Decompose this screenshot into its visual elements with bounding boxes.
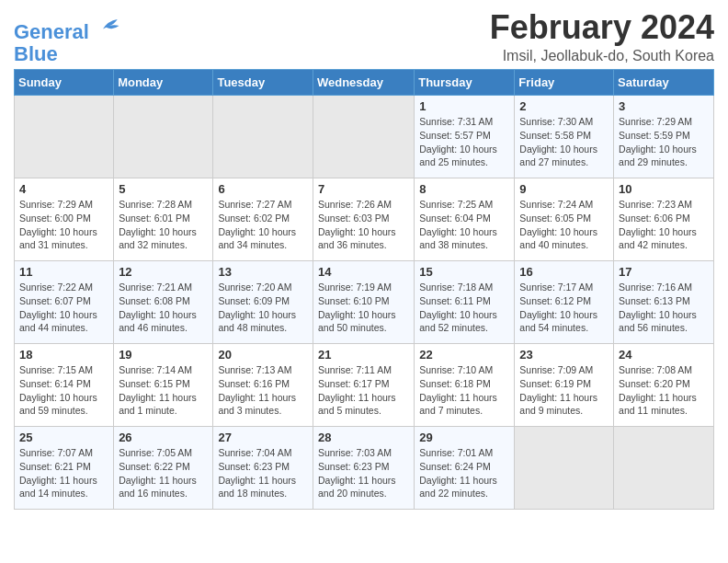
calendar-cell: 17Sunrise: 7:16 AMSunset: 6:13 PMDayligh…: [614, 261, 714, 344]
day-number: 20: [218, 348, 308, 362]
calendar-cell: 6Sunrise: 7:27 AMSunset: 6:02 PMDaylight…: [213, 178, 313, 261]
day-info: Sunrise: 7:16 AMSunset: 6:13 PMDaylight:…: [619, 281, 709, 335]
day-info: Sunrise: 7:09 AMSunset: 6:19 PMDaylight:…: [519, 363, 609, 418]
day-info: Sunrise: 7:27 AMSunset: 6:02 PMDaylight:…: [218, 198, 308, 252]
day-info: Sunrise: 7:04 AMSunset: 6:23 PMDaylight:…: [218, 446, 308, 500]
day-info: Sunrise: 7:14 AMSunset: 6:15 PMDaylight:…: [119, 363, 208, 418]
calendar-cell: 20Sunrise: 7:13 AMSunset: 6:16 PMDayligh…: [213, 344, 313, 427]
calendar-cell: 3Sunrise: 7:29 AMSunset: 5:59 PMDaylight…: [614, 96, 714, 178]
weekday-header-row: SundayMondayTuesdayWednesdayThursdayFrid…: [15, 70, 714, 96]
day-number: 1: [419, 99, 509, 113]
day-number: 22: [419, 348, 509, 362]
day-info: Sunrise: 7:23 AMSunset: 6:06 PMDaylight:…: [619, 198, 709, 252]
day-number: 12: [119, 265, 208, 279]
calendar-week-row: 25Sunrise: 7:07 AMSunset: 6:21 PMDayligh…: [15, 427, 714, 510]
calendar-cell: 16Sunrise: 7:17 AMSunset: 6:12 PMDayligh…: [515, 261, 614, 344]
day-number: 21: [318, 348, 409, 362]
day-number: 24: [619, 348, 709, 362]
weekday-header-friday: Friday: [515, 70, 614, 96]
day-number: 25: [19, 431, 108, 444]
calendar-cell: 7Sunrise: 7:26 AMSunset: 6:03 PMDaylight…: [313, 178, 414, 261]
weekday-header-saturday: Saturday: [614, 70, 714, 96]
day-info: Sunrise: 7:18 AMSunset: 6:11 PMDaylight:…: [419, 281, 509, 335]
day-number: 3: [619, 99, 709, 113]
day-number: 2: [519, 99, 609, 113]
day-number: 14: [318, 265, 409, 279]
day-info: Sunrise: 7:03 AMSunset: 6:23 PMDaylight:…: [318, 446, 409, 500]
calendar-cell: 27Sunrise: 7:04 AMSunset: 6:23 PMDayligh…: [213, 427, 313, 510]
day-number: 13: [218, 265, 308, 279]
day-info: Sunrise: 7:17 AMSunset: 6:12 PMDaylight:…: [519, 281, 609, 335]
calendar-cell: [313, 96, 414, 178]
calendar-cell: 29Sunrise: 7:01 AMSunset: 6:24 PMDayligh…: [415, 427, 515, 510]
calendar-table: SundayMondayTuesdayWednesdayThursdayFrid…: [14, 69, 714, 510]
calendar-cell: 1Sunrise: 7:31 AMSunset: 5:57 PMDaylight…: [415, 96, 515, 178]
day-number: 8: [419, 182, 509, 196]
calendar-cell: 19Sunrise: 7:14 AMSunset: 6:15 PMDayligh…: [114, 344, 213, 427]
day-info: Sunrise: 7:20 AMSunset: 6:09 PMDaylight:…: [218, 281, 308, 335]
calendar-cell: 15Sunrise: 7:18 AMSunset: 6:11 PMDayligh…: [415, 261, 515, 344]
calendar-cell: 11Sunrise: 7:22 AMSunset: 6:07 PMDayligh…: [15, 261, 114, 344]
day-info: Sunrise: 7:30 AMSunset: 5:58 PMDaylight:…: [519, 115, 609, 169]
day-number: 16: [519, 265, 609, 279]
calendar-cell: 5Sunrise: 7:28 AMSunset: 6:01 PMDaylight…: [114, 178, 213, 261]
weekday-header-wednesday: Wednesday: [313, 70, 414, 96]
calendar-cell: 28Sunrise: 7:03 AMSunset: 6:23 PMDayligh…: [313, 427, 414, 510]
calendar-week-row: 18Sunrise: 7:15 AMSunset: 6:14 PMDayligh…: [15, 344, 714, 427]
calendar-cell: 9Sunrise: 7:24 AMSunset: 6:05 PMDaylight…: [515, 178, 614, 261]
calendar-cell: [515, 427, 614, 510]
calendar-cell: 13Sunrise: 7:20 AMSunset: 6:09 PMDayligh…: [213, 261, 313, 344]
weekday-header-monday: Monday: [114, 70, 213, 96]
day-number: 18: [19, 348, 108, 362]
calendar-cell: 26Sunrise: 7:05 AMSunset: 6:22 PMDayligh…: [114, 427, 213, 510]
calendar-cell: 8Sunrise: 7:25 AMSunset: 6:04 PMDaylight…: [415, 178, 515, 261]
calendar-cell: 24Sunrise: 7:08 AMSunset: 6:20 PMDayligh…: [614, 344, 714, 427]
day-info: Sunrise: 7:19 AMSunset: 6:10 PMDaylight:…: [318, 281, 409, 335]
calendar-cell: 23Sunrise: 7:09 AMSunset: 6:19 PMDayligh…: [515, 344, 614, 427]
day-info: Sunrise: 7:22 AMSunset: 6:07 PMDaylight:…: [19, 281, 108, 335]
calendar-week-row: 1Sunrise: 7:31 AMSunset: 5:57 PMDaylight…: [15, 96, 714, 178]
day-number: 23: [519, 348, 609, 362]
day-info: Sunrise: 7:07 AMSunset: 6:21 PMDaylight:…: [19, 446, 108, 500]
day-info: Sunrise: 7:11 AMSunset: 6:17 PMDaylight:…: [318, 363, 409, 418]
day-info: Sunrise: 7:28 AMSunset: 6:01 PMDaylight:…: [119, 198, 208, 252]
calendar-cell: 21Sunrise: 7:11 AMSunset: 6:17 PMDayligh…: [313, 344, 414, 427]
day-info: Sunrise: 7:29 AMSunset: 5:59 PMDaylight:…: [619, 115, 709, 169]
calendar-cell: 4Sunrise: 7:29 AMSunset: 6:00 PMDaylight…: [15, 178, 114, 261]
day-number: 28: [318, 431, 409, 444]
weekday-header-thursday: Thursday: [415, 70, 515, 96]
calendar-cell: 12Sunrise: 7:21 AMSunset: 6:08 PMDayligh…: [114, 261, 213, 344]
day-number: 10: [619, 182, 709, 196]
logo-blue: Blue: [14, 43, 122, 65]
day-info: Sunrise: 7:21 AMSunset: 6:08 PMDaylight:…: [119, 281, 208, 335]
day-number: 4: [19, 182, 108, 196]
calendar-cell: [614, 427, 714, 510]
day-info: Sunrise: 7:31 AMSunset: 5:57 PMDaylight:…: [419, 115, 509, 169]
day-number: 19: [119, 348, 208, 362]
calendar-subtitle: Imsil, Jeollabuk-do, South Korea: [490, 48, 714, 64]
calendar-title: February 2024: [490, 9, 714, 46]
weekday-header-tuesday: Tuesday: [213, 70, 313, 96]
weekday-header-sunday: Sunday: [15, 70, 114, 96]
day-info: Sunrise: 7:26 AMSunset: 6:03 PMDaylight:…: [318, 198, 409, 252]
calendar-cell: [15, 96, 114, 178]
day-info: Sunrise: 7:08 AMSunset: 6:20 PMDaylight:…: [619, 363, 709, 418]
day-number: 27: [218, 431, 308, 444]
day-info: Sunrise: 7:05 AMSunset: 6:22 PMDaylight:…: [119, 446, 208, 500]
day-number: 17: [619, 265, 709, 279]
calendar-cell: 25Sunrise: 7:07 AMSunset: 6:21 PMDayligh…: [15, 427, 114, 510]
calendar-week-row: 11Sunrise: 7:22 AMSunset: 6:07 PMDayligh…: [15, 261, 714, 344]
calendar-cell: 14Sunrise: 7:19 AMSunset: 6:10 PMDayligh…: [313, 261, 414, 344]
logo: General Blue: [14, 13, 122, 65]
logo-text: General: [14, 13, 122, 43]
calendar-cell: [114, 96, 213, 178]
day-info: Sunrise: 7:13 AMSunset: 6:16 PMDaylight:…: [218, 363, 308, 418]
day-info: Sunrise: 7:10 AMSunset: 6:18 PMDaylight:…: [419, 363, 509, 418]
calendar-week-row: 4Sunrise: 7:29 AMSunset: 6:00 PMDaylight…: [15, 178, 714, 261]
day-number: 15: [419, 265, 509, 279]
day-number: 6: [218, 182, 308, 196]
day-info: Sunrise: 7:24 AMSunset: 6:05 PMDaylight:…: [519, 198, 609, 252]
day-info: Sunrise: 7:25 AMSunset: 6:04 PMDaylight:…: [419, 198, 509, 252]
day-info: Sunrise: 7:15 AMSunset: 6:14 PMDaylight:…: [19, 363, 108, 418]
logo-general: General: [14, 20, 89, 43]
